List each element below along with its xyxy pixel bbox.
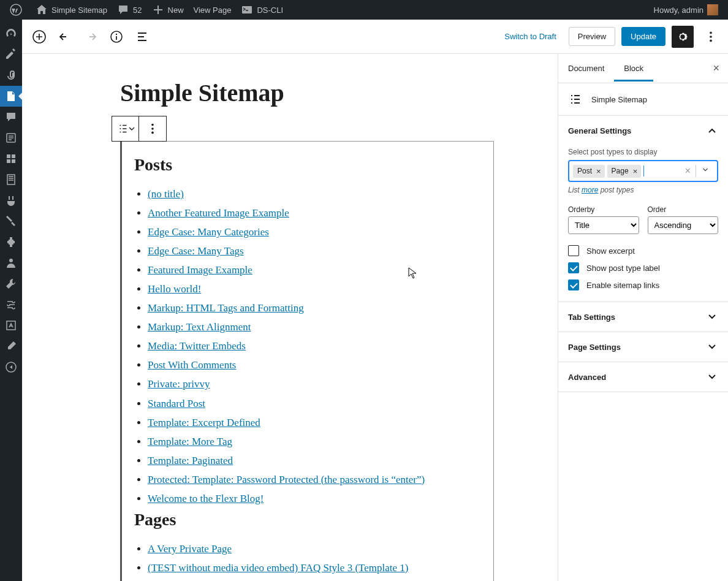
update-button[interactable]: Update xyxy=(621,27,665,46)
list-item: Markup: Text Alignment xyxy=(148,319,481,336)
sitemap-link[interactable]: Another Featured Image Example xyxy=(148,207,289,219)
menu-appearance[interactable] xyxy=(0,211,22,232)
sitemap-link[interactable]: Hello world! xyxy=(148,283,201,295)
ds-cli-link[interactable]: DS-CLI xyxy=(236,0,288,20)
checkbox-row[interactable]: Show excerpt xyxy=(568,245,718,256)
menu-posts[interactable] xyxy=(0,44,22,65)
menu-settings[interactable] xyxy=(0,294,22,315)
more-link[interactable]: more xyxy=(582,186,598,194)
order-select[interactable]: Ascending xyxy=(648,216,719,234)
list-item: Edge Case: Many Categories xyxy=(148,224,481,241)
sitemap-link[interactable]: Template: Paginated xyxy=(148,455,233,466)
menu-collapse[interactable] xyxy=(0,357,22,378)
sitemap-link[interactable]: Standard Post xyxy=(148,398,205,409)
outline-button[interactable] xyxy=(131,26,153,48)
menu-item-a[interactable] xyxy=(0,315,22,336)
list-item: (no title) xyxy=(148,186,481,203)
sitemap-link[interactable]: Edge Case: Many Categories xyxy=(148,226,269,238)
list-icon xyxy=(568,92,583,107)
howdy-account[interactable]: Howdy, admin xyxy=(649,0,723,20)
add-block-button[interactable] xyxy=(28,26,50,48)
checkbox-row[interactable]: Enable sitemap links xyxy=(568,279,718,290)
post-types-select[interactable]: Post×Page×× xyxy=(568,160,718,182)
panel-tab-header[interactable]: Tab Settings xyxy=(558,302,728,332)
menu-plugins[interactable] xyxy=(0,232,22,253)
comments-count: 52 xyxy=(133,6,142,15)
panel-general-header[interactable]: General Settings xyxy=(558,116,728,145)
checkbox[interactable] xyxy=(568,245,579,256)
menu-forms[interactable] xyxy=(0,127,22,148)
orderby-select[interactable]: Title xyxy=(568,216,639,234)
editor-canvas[interactable]: Simple Sitemap Posts(no title)Another Fe… xyxy=(22,54,558,581)
wp-logo[interactable] xyxy=(5,0,31,20)
menu-comments[interactable] xyxy=(0,107,22,127)
svg-point-12 xyxy=(116,33,117,34)
tab-document[interactable]: Document xyxy=(558,55,614,82)
menu-templates[interactable] xyxy=(0,169,22,190)
svg-point-15 xyxy=(710,39,712,42)
list-item: Template: Excerpt Defined xyxy=(148,414,481,431)
preview-button[interactable]: Preview xyxy=(569,27,615,46)
sitemap-link[interactable]: Markup: HTML Tags and Formatting xyxy=(148,302,304,314)
dropdown-toggle[interactable] xyxy=(697,165,713,177)
sitemap-section-heading: Pages xyxy=(134,510,481,530)
sitemap-link[interactable]: Template: Excerpt Defined xyxy=(148,417,260,428)
block-more-button[interactable] xyxy=(139,116,166,141)
block-card: Simple Sitemap xyxy=(558,83,728,115)
chevron-down-icon xyxy=(706,341,718,353)
block-name: Simple Sitemap xyxy=(591,95,647,104)
comments-link[interactable]: 52 xyxy=(112,0,146,20)
chevron-up-icon xyxy=(706,124,718,137)
menu-tools[interactable] xyxy=(0,273,22,294)
sitemap-link[interactable]: Featured Image Example xyxy=(148,264,252,276)
svg-point-0 xyxy=(10,4,21,15)
list-item: Private: privvy xyxy=(148,376,481,393)
menu-media[interactable] xyxy=(0,65,22,86)
info-button[interactable] xyxy=(105,26,127,48)
site-name-link[interactable]: Simple Sitemap xyxy=(31,0,112,20)
menu-blocks[interactable] xyxy=(0,148,22,169)
menu-pages[interactable] xyxy=(0,86,22,107)
sitemap-link[interactable]: Media: Twitter Embeds xyxy=(148,340,246,352)
sidebar-close[interactable]: × xyxy=(704,62,728,75)
sitemap-link[interactable]: (no title) xyxy=(148,188,184,200)
svg-rect-4 xyxy=(12,154,15,158)
checkbox[interactable] xyxy=(568,279,579,290)
new-link[interactable]: New xyxy=(147,0,189,20)
more-menu[interactable] xyxy=(700,26,722,48)
menu-dashboard[interactable] xyxy=(0,23,22,44)
block-type-button[interactable] xyxy=(112,116,139,141)
panel-page-header[interactable]: Page Settings xyxy=(558,332,728,362)
menu-testimonials[interactable] xyxy=(0,190,22,211)
tab-block[interactable]: Block xyxy=(614,55,653,82)
menu-users[interactable] xyxy=(0,253,22,273)
sitemap-link[interactable]: (TEST without media video embed) FAQ Sty… xyxy=(148,562,408,574)
switch-to-draft[interactable]: Switch to Draft xyxy=(498,28,563,45)
page-title[interactable]: Simple Sitemap xyxy=(120,78,558,107)
sitemap-link[interactable]: Template: More Tag xyxy=(148,436,232,447)
post-types-hint: List more post types xyxy=(568,186,718,194)
checkbox-label: Show post type label xyxy=(586,264,660,273)
sitemap-link[interactable]: Protected: Template: Password Protected … xyxy=(148,474,425,485)
clear-all[interactable]: × xyxy=(681,165,694,177)
list-item: Welcome to the Flexr Blog! xyxy=(148,490,481,507)
undo-button[interactable] xyxy=(54,26,76,48)
panel-advanced-header[interactable]: Advanced xyxy=(558,362,728,392)
editor: Switch to Draft Preview Update Simple Si… xyxy=(22,20,728,581)
chip-remove[interactable]: × xyxy=(632,167,639,176)
view-page-link[interactable]: View Page xyxy=(189,0,237,20)
list-item: A Very Private Page xyxy=(148,541,481,558)
checkbox[interactable] xyxy=(568,262,579,273)
sitemap-link[interactable]: A Very Private Page xyxy=(148,543,232,555)
sitemap-link[interactable]: Post With Comments xyxy=(148,359,236,371)
sitemap-link[interactable]: Markup: Text Alignment xyxy=(148,321,251,333)
sitemap-link[interactable]: Welcome to the Flexr Blog! xyxy=(148,493,264,504)
redo-button[interactable] xyxy=(80,26,102,48)
settings-toggle[interactable] xyxy=(672,26,694,48)
sitemap-block[interactable]: Posts(no title)Another Featured Image Ex… xyxy=(120,141,494,581)
menu-item-b[interactable] xyxy=(0,336,22,357)
chip-remove[interactable]: × xyxy=(595,167,602,176)
sitemap-link[interactable]: Private: privvy xyxy=(148,378,210,390)
checkbox-row[interactable]: Show post type label xyxy=(568,262,718,273)
sitemap-link[interactable]: Edge Case: Many Tags xyxy=(148,245,244,257)
